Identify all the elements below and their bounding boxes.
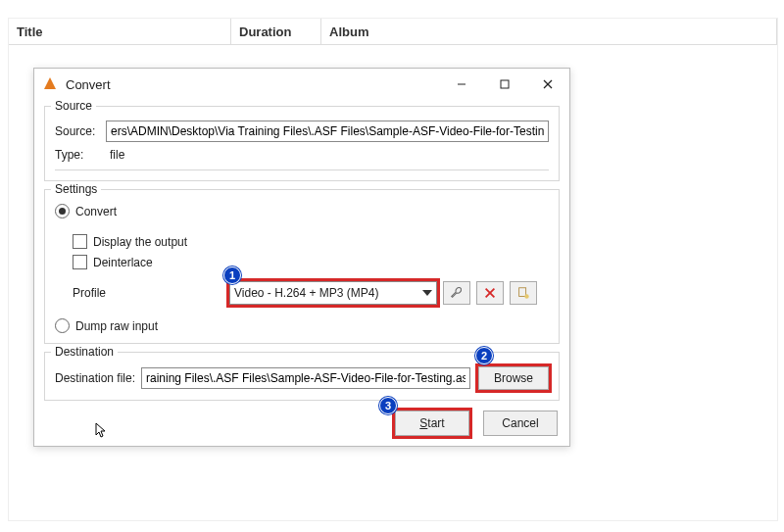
display-output-checkbox[interactable] — [73, 234, 87, 249]
source-label: Source: — [55, 124, 106, 138]
column-album[interactable]: Album — [321, 19, 777, 44]
close-button[interactable] — [526, 70, 569, 99]
callout-1: 1 — [223, 266, 241, 284]
deinterlace-checkbox[interactable] — [73, 255, 87, 269]
dump-raw-label: Dump raw input — [75, 319, 158, 333]
delete-profile-button[interactable] — [476, 281, 504, 305]
dialog-title: Convert — [66, 77, 440, 92]
convert-radio-label: Convert — [75, 205, 117, 218]
new-file-icon — [516, 286, 530, 300]
svg-point-7 — [524, 294, 528, 298]
convert-radio[interactable] — [55, 204, 70, 218]
x-red-icon — [483, 286, 497, 300]
destination-label: Destination file: — [55, 371, 141, 385]
start-button[interactable]: Start — [395, 411, 469, 436]
vlc-cone-icon — [42, 76, 58, 92]
settings-group: Settings Convert Display the output Dein… — [44, 189, 560, 344]
profile-label: Profile — [55, 286, 229, 300]
settings-group-title: Settings — [51, 182, 101, 196]
column-title[interactable]: Title — [9, 19, 231, 44]
wrench-icon — [450, 286, 464, 300]
titlebar: Convert — [34, 69, 569, 100]
new-profile-button[interactable] — [510, 281, 537, 305]
destination-group: Destination Destination file: Browse 2 — [44, 352, 560, 401]
dump-raw-radio[interactable] — [55, 318, 70, 333]
source-group: Source Source: Type: file — [44, 106, 560, 181]
source-input[interactable] — [106, 121, 549, 142]
column-duration[interactable]: Duration — [231, 19, 321, 44]
browse-button[interactable]: Browse — [478, 366, 549, 390]
display-output-label: Display the output — [93, 235, 187, 249]
separator — [55, 169, 549, 170]
maximize-button[interactable] — [483, 70, 526, 99]
edit-profile-button[interactable] — [443, 281, 470, 305]
playlist-window: Title Duration Album Convert Sour — [8, 18, 778, 521]
svg-rect-6 — [519, 288, 526, 297]
deinterlace-label: Deinterlace — [93, 256, 153, 269]
chevron-down-icon — [422, 290, 432, 296]
svg-rect-1 — [501, 80, 509, 88]
minimize-button[interactable] — [440, 70, 483, 99]
profile-value: Video - H.264 + MP3 (MP4) — [234, 286, 379, 300]
callout-2: 2 — [475, 347, 493, 364]
convert-dialog: Convert Source Source: — [33, 68, 570, 447]
destination-group-title: Destination — [51, 345, 118, 359]
destination-input[interactable] — [141, 367, 470, 389]
type-value: file — [106, 148, 124, 162]
source-group-title: Source — [51, 99, 96, 113]
profile-select[interactable]: Video - H.264 + MP3 (MP4) — [229, 281, 437, 305]
callout-3: 3 — [379, 397, 397, 414]
type-label: Type: — [55, 148, 106, 162]
table-header: Title Duration Album — [9, 19, 777, 45]
cancel-button[interactable]: Cancel — [483, 411, 558, 436]
